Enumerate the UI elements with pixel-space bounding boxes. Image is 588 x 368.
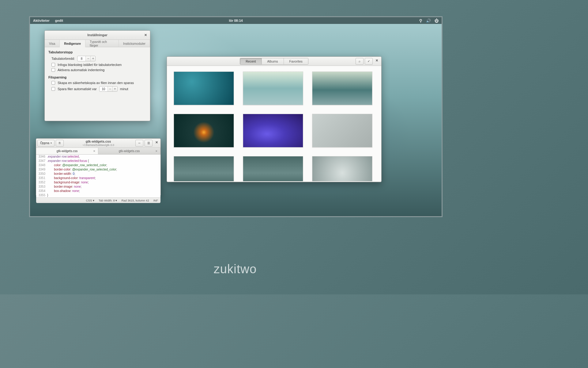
- hamburger-menu-button[interactable]: ☰: [145, 140, 153, 147]
- thumbnail[interactable]: [312, 114, 372, 148]
- checkbox-auto-indent[interactable]: [51, 68, 55, 72]
- close-icon[interactable]: ✕: [374, 58, 379, 63]
- code-editor[interactable]: 3346.expander row:selected,3347.expander…: [36, 155, 160, 197]
- select-icon[interactable]: ✓: [365, 58, 373, 65]
- section-filesave: Filsparning: [48, 75, 146, 79]
- status-lang[interactable]: CSS ▾: [86, 199, 94, 202]
- preferences-title: Inställningar: [87, 33, 107, 37]
- label-autosave-suf: minut: [120, 87, 128, 91]
- tab-insticksmoduler[interactable]: Insticksmoduler: [119, 40, 150, 47]
- checkbox-insert-spaces[interactable]: [51, 63, 55, 67]
- thumbnail[interactable]: [243, 114, 303, 148]
- spinner-minus-icon[interactable]: −: [107, 86, 112, 92]
- volume-icon[interactable]: 🔊: [426, 18, 431, 23]
- close-icon[interactable]: ✕: [143, 33, 148, 38]
- open-button[interactable]: Öppna▾: [37, 140, 55, 147]
- spinner-minus-icon[interactable]: −: [85, 56, 90, 61]
- gallery-segmented: Recent Albums Favorites: [240, 58, 308, 65]
- label-autosave-pre: Spara filer automatiskt var: [58, 87, 97, 91]
- checkbox-autosave[interactable]: [51, 87, 55, 91]
- power-icon[interactable]: ⏻: [435, 18, 439, 23]
- tab-typsnitt[interactable]: Typsnitt och färger: [85, 40, 119, 47]
- tab-width-value: 8: [77, 57, 85, 60]
- tab-recent[interactable]: Recent: [240, 58, 262, 64]
- gedit-tabs: gtk-widgets.css✕ gtk-widgets.css✕: [36, 148, 160, 155]
- search-icon[interactable]: ⌕: [356, 58, 364, 65]
- clock[interactable]: lör 08:14: [229, 19, 243, 22]
- chevron-down-icon: ▾: [51, 142, 52, 144]
- preferences-titlebar[interactable]: Inställningar ✕: [45, 31, 150, 40]
- file-tab-2[interactable]: gtk-widgets.css✕: [98, 148, 160, 154]
- gallery-titlebar[interactable]: Recent Albums Favorites ⌕ ✓ ✕: [167, 57, 381, 66]
- thumbnail[interactable]: [174, 156, 234, 181]
- appmenu-button[interactable]: gedit: [55, 19, 63, 22]
- accessibility-icon[interactable]: ⚲: [419, 18, 422, 23]
- monitor-frame: Aktiviteter gedit lör 08:14 ⚲ 🔊 ⏻ Instäl…: [29, 16, 443, 217]
- thumbnail[interactable]: [312, 156, 372, 181]
- thumbnail[interactable]: [174, 114, 234, 148]
- tab-width-label: Tabulatorbredd:: [51, 57, 75, 60]
- checkbox-backup[interactable]: [51, 81, 55, 85]
- autosave-spinner[interactable]: 10 − +: [99, 86, 118, 92]
- thumbnail[interactable]: [312, 71, 372, 105]
- status-tabwidth[interactable]: Tab Width: 8 ▾: [99, 199, 117, 202]
- status-mode: INF: [153, 199, 158, 202]
- label-backup: Skapa en säkerhetskopia av filen innan d…: [58, 81, 134, 85]
- thumbnail[interactable]: [243, 156, 303, 181]
- top-panel: Aktiviteter gedit lör 08:14 ⚲ 🔊 ⏻: [30, 17, 442, 24]
- save-button[interactable]: ▫▫: [135, 140, 143, 147]
- theme-name-caption: zukitwo: [214, 262, 257, 276]
- gallery-window: Recent Albums Favorites ⌕ ✓ ✕: [167, 56, 382, 182]
- gedit-statusbar: CSS ▾ Tab Width: 8 ▾ Rad 3615, kolumn 42…: [36, 197, 160, 203]
- preferences-window: Inställningar ✕ Visa Redigerare Typsnitt…: [44, 30, 150, 121]
- close-icon[interactable]: ✕: [154, 140, 159, 145]
- gallery-grid-scroller[interactable]: [167, 66, 381, 181]
- spinner-plus-icon[interactable]: +: [90, 56, 95, 61]
- activities-button[interactable]: Aktiviteter: [33, 19, 50, 22]
- label-auto-indent: Aktivera automatisk indentering: [58, 68, 104, 72]
- label-insert-spaces: Infoga blanksteg istället för tabulatort…: [58, 63, 122, 67]
- close-icon[interactable]: ✕: [155, 150, 158, 153]
- gedit-window: Öppna▾ ⎘ gtk-widgets.css ~/.themes/Zukit…: [36, 138, 161, 196]
- section-tabstop: Tabulatorstopp: [48, 50, 146, 54]
- thumbnail[interactable]: [174, 71, 234, 105]
- tab-width-spinner[interactable]: 8 − +: [77, 56, 96, 61]
- close-icon[interactable]: ✕: [93, 150, 96, 153]
- spinner-plus-icon[interactable]: +: [112, 86, 117, 92]
- autosave-value: 10: [100, 87, 107, 91]
- tab-favorites[interactable]: Favorites: [284, 58, 308, 64]
- tab-visa[interactable]: Visa: [45, 40, 60, 47]
- status-position: Rad 3615, kolumn 42: [121, 199, 149, 202]
- tab-albums[interactable]: Albums: [262, 58, 284, 64]
- desktop: Aktiviteter gedit lör 08:14 ⚲ 🔊 ⏻ Instäl…: [30, 17, 442, 216]
- preferences-tabs: Visa Redigerare Typsnitt och färger Inst…: [45, 40, 150, 47]
- tab-redigerare[interactable]: Redigerare: [60, 40, 85, 47]
- thumbnail[interactable]: [243, 71, 303, 105]
- gedit-titlebar[interactable]: Öppna▾ ⎘ gtk-widgets.css ~/.themes/Zukit…: [36, 139, 160, 148]
- file-tab-1[interactable]: gtk-widgets.css✕: [36, 148, 98, 154]
- gedit-title: gtk-widgets.css ~/.themes/Zukitwo/gtk-3.…: [82, 140, 114, 147]
- new-tab-button[interactable]: ⎘: [56, 140, 64, 147]
